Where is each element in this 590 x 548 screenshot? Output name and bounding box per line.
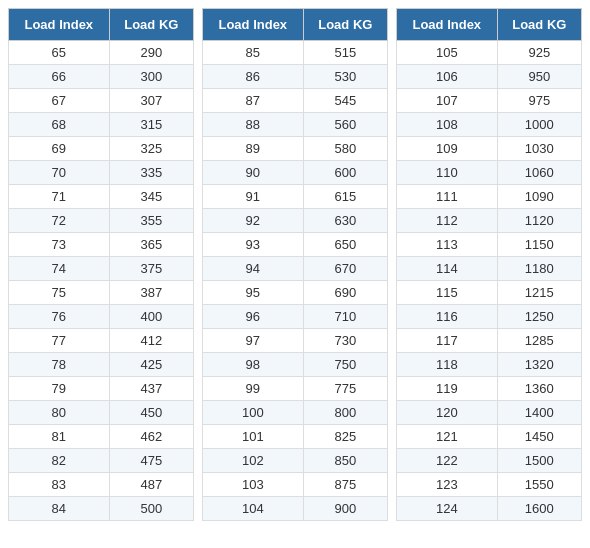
- load-index-cell: 102: [203, 449, 304, 473]
- load-index-cell: 78: [9, 353, 110, 377]
- load-index-cell: 104: [203, 497, 304, 521]
- table-row: 1111090: [397, 185, 582, 209]
- load-index-cell: 90: [203, 161, 304, 185]
- load-index-cell: 73: [9, 233, 110, 257]
- header-load-kg-table-3: Load KG: [497, 9, 581, 41]
- load-kg-cell: 365: [109, 233, 193, 257]
- load-index-cell: 71: [9, 185, 110, 209]
- load-index-cell: 89: [203, 137, 304, 161]
- load-kg-cell: 375: [109, 257, 193, 281]
- load-index-cell: 67: [9, 89, 110, 113]
- table-row: 82475: [9, 449, 194, 473]
- table-row: 80450: [9, 401, 194, 425]
- header-load-index-table-2: Load Index: [203, 9, 304, 41]
- load-index-cell: 68: [9, 113, 110, 137]
- load-index-cell: 77: [9, 329, 110, 353]
- load-kg-cell: 1285: [497, 329, 581, 353]
- load-index-cell: 72: [9, 209, 110, 233]
- load-kg-cell: 1000: [497, 113, 581, 137]
- header-load-kg-table-1: Load KG: [109, 9, 193, 41]
- load-kg-cell: 1060: [497, 161, 581, 185]
- load-kg-cell: 1150: [497, 233, 581, 257]
- table-row: 84500: [9, 497, 194, 521]
- load-kg-cell: 1550: [497, 473, 581, 497]
- table-row: 105925: [397, 41, 582, 65]
- table-row: 81462: [9, 425, 194, 449]
- load-kg-cell: 600: [303, 161, 387, 185]
- load-index-table-1: Load IndexLoad KG65290663006730768315693…: [8, 8, 194, 521]
- load-index-cell: 113: [397, 233, 498, 257]
- table-row: 73365: [9, 233, 194, 257]
- load-index-cell: 84: [9, 497, 110, 521]
- table-row: 65290: [9, 41, 194, 65]
- load-index-cell: 70: [9, 161, 110, 185]
- table-row: 103875: [203, 473, 388, 497]
- load-index-cell: 106: [397, 65, 498, 89]
- load-kg-cell: 580: [303, 137, 387, 161]
- tables-container: Load IndexLoad KG65290663006730768315693…: [8, 8, 582, 521]
- load-index-cell: 79: [9, 377, 110, 401]
- load-kg-cell: 355: [109, 209, 193, 233]
- load-index-cell: 86: [203, 65, 304, 89]
- load-kg-cell: 300: [109, 65, 193, 89]
- load-index-cell: 83: [9, 473, 110, 497]
- load-kg-cell: 290: [109, 41, 193, 65]
- table-row: 1141180: [397, 257, 582, 281]
- load-kg-cell: 975: [497, 89, 581, 113]
- load-index-cell: 123: [397, 473, 498, 497]
- table-row: 102850: [203, 449, 388, 473]
- table-row: 1081000: [397, 113, 582, 137]
- load-index-table-3: Load IndexLoad KG10592510695010797510810…: [396, 8, 582, 521]
- load-index-cell: 91: [203, 185, 304, 209]
- table-row: 96710: [203, 305, 388, 329]
- load-index-cell: 112: [397, 209, 498, 233]
- load-kg-cell: 1400: [497, 401, 581, 425]
- load-kg-cell: 345: [109, 185, 193, 209]
- load-index-cell: 121: [397, 425, 498, 449]
- load-kg-cell: 710: [303, 305, 387, 329]
- table-row: 91615: [203, 185, 388, 209]
- table-row: 71345: [9, 185, 194, 209]
- load-kg-cell: 650: [303, 233, 387, 257]
- load-kg-cell: 425: [109, 353, 193, 377]
- load-index-cell: 117: [397, 329, 498, 353]
- table-row: 79437: [9, 377, 194, 401]
- load-kg-cell: 462: [109, 425, 193, 449]
- load-kg-cell: 1215: [497, 281, 581, 305]
- load-index-cell: 88: [203, 113, 304, 137]
- load-kg-cell: 400: [109, 305, 193, 329]
- table-row: 69325: [9, 137, 194, 161]
- load-kg-cell: 925: [497, 41, 581, 65]
- load-index-cell: 66: [9, 65, 110, 89]
- load-index-cell: 95: [203, 281, 304, 305]
- table-row: 98750: [203, 353, 388, 377]
- load-index-table-2: Load IndexLoad KG85515865308754588560895…: [202, 8, 388, 521]
- load-index-cell: 94: [203, 257, 304, 281]
- table-row: 89580: [203, 137, 388, 161]
- load-index-cell: 116: [397, 305, 498, 329]
- load-index-cell: 120: [397, 401, 498, 425]
- table-row: 1201400: [397, 401, 582, 425]
- table-row: 76400: [9, 305, 194, 329]
- load-kg-cell: 487: [109, 473, 193, 497]
- load-index-cell: 105: [397, 41, 498, 65]
- load-index-cell: 93: [203, 233, 304, 257]
- header-load-kg-table-2: Load KG: [303, 9, 387, 41]
- table-row: 1181320: [397, 353, 582, 377]
- table-row: 1211450: [397, 425, 582, 449]
- table-row: 97730: [203, 329, 388, 353]
- load-kg-cell: 560: [303, 113, 387, 137]
- table-row: 74375: [9, 257, 194, 281]
- table-row: 1231550: [397, 473, 582, 497]
- table-row: 101825: [203, 425, 388, 449]
- load-index-cell: 82: [9, 449, 110, 473]
- load-kg-cell: 387: [109, 281, 193, 305]
- table-row: 1101060: [397, 161, 582, 185]
- load-kg-cell: 437: [109, 377, 193, 401]
- load-kg-cell: 1030: [497, 137, 581, 161]
- table-row: 1171285: [397, 329, 582, 353]
- header-load-index-table-3: Load Index: [397, 9, 498, 41]
- load-index-cell: 103: [203, 473, 304, 497]
- load-index-cell: 76: [9, 305, 110, 329]
- load-index-cell: 97: [203, 329, 304, 353]
